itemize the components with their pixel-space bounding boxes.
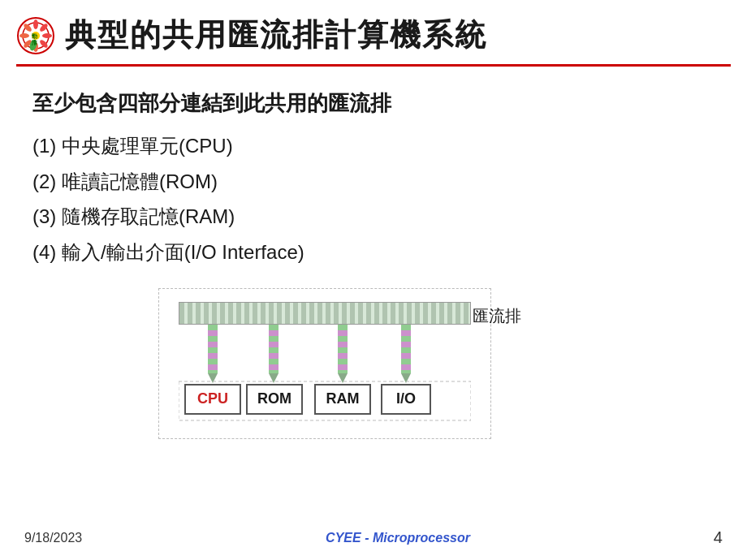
footer-page: 4 (714, 528, 723, 547)
svg-rect-25 (269, 325, 279, 373)
svg-rect-27 (401, 325, 411, 373)
subtitle: 至少包含四部分連結到此共用的匯流排 (32, 89, 715, 118)
page-title: 典型的共用匯流排計算機系統 (65, 15, 487, 56)
item3-number: (3) (32, 205, 56, 227)
diagram-container: 匯流排 (158, 288, 491, 439)
svg-text:I/O: I/O (396, 390, 416, 407)
item2-number: (2) (32, 170, 56, 192)
item1-text: 中央處理單元(CPU) (56, 135, 232, 157)
svg-text:ROM: ROM (257, 390, 291, 407)
header: 勁 淮 典型的共用匯流排計算機系統 (0, 0, 747, 64)
svg-point-8 (19, 33, 29, 38)
bus-label: 匯流排 (473, 305, 521, 327)
svg-text:CPU: CPU (197, 390, 228, 407)
main-content: 至少包含四部分連結到此共用的匯流排 (1) 中央處理單元(CPU) (2) 唯讀… (0, 67, 747, 442)
item4-number: (4) (32, 241, 56, 263)
diagram-area: 匯流排 (32, 288, 715, 442)
bus-diagram-svg: CPU ROM RAM I/O (179, 325, 471, 422)
bus-bar (179, 302, 471, 325)
footer-date: 9/18/2023 (24, 531, 82, 545)
item4-text: 輸入/輸出介面(I/O Interface) (56, 241, 304, 263)
list-item-3: (3) 隨機存取記憶(RAM) (32, 203, 715, 230)
list-item-2: (2) 唯讀記憶體(ROM) (32, 168, 715, 196)
item1-number: (1) (32, 135, 56, 157)
svg-text:勁: 勁 (32, 33, 37, 39)
list-item-4: (4) 輸入/輸出介面(I/O Interface) (32, 239, 715, 266)
bus-bar-row: 匯流排 (179, 302, 471, 325)
svg-text:淮: 淮 (32, 39, 38, 45)
svg-rect-26 (338, 325, 348, 373)
svg-point-4 (42, 33, 52, 38)
item2-text: 唯讀記憶體(ROM) (56, 170, 218, 192)
svg-text:RAM: RAM (326, 390, 360, 407)
logo-icon: 勁 淮 (16, 16, 55, 55)
svg-point-2 (33, 19, 38, 29)
item3-text: 隨機存取記憶(RAM) (56, 205, 235, 227)
footer-course: CYEE - Microprocessor (326, 531, 470, 545)
svg-rect-24 (208, 325, 218, 373)
list-item-1: (1) 中央處理單元(CPU) (32, 132, 715, 160)
footer: 9/18/2023 CYEE - Microprocessor 4 (0, 528, 747, 547)
